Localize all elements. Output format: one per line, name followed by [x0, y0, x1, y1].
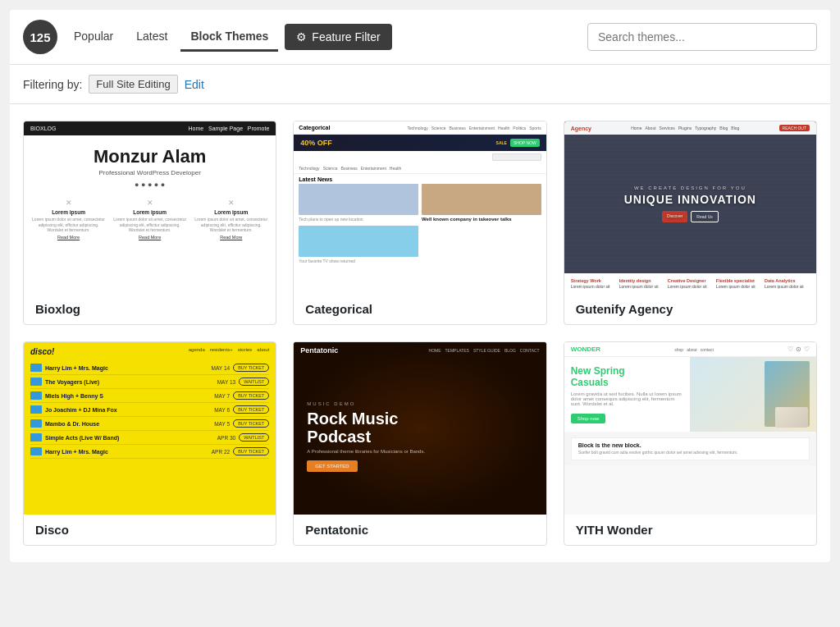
theme-name-pentatonic: Pentatonic: [294, 515, 546, 545]
nav-tabs: Popular Latest Block Themes ⚙ Feature Fi…: [64, 23, 581, 52]
theme-card-gutenify[interactable]: Agency HomeAboutServicesPluginsTypograph…: [564, 121, 817, 325]
theme-name-disco: Disco: [24, 515, 276, 545]
theme-name-categorical: Categorical: [294, 294, 546, 324]
theme-preview-disco: disco! agendaresidents+storiesabout Harr…: [24, 342, 276, 515]
theme-name-gutenify: Gutenify Agency: [564, 294, 816, 324]
theme-card-yith[interactable]: WONDER shopaboutcontact ♡⊙♡ New SpringCa…: [564, 341, 817, 546]
header: 125 Popular Latest Block Themes ⚙ Featur…: [10, 10, 830, 65]
theme-preview-gutenify: Agency HomeAboutServicesPluginsTypograph…: [564, 121, 816, 294]
theme-count-badge: 125: [23, 20, 57, 54]
search-box: [587, 23, 817, 51]
theme-card-pentatonic[interactable]: Pentatonic HOMETEMPLATESSTYLE GUIDEBLOGC…: [293, 341, 546, 546]
search-input[interactable]: [587, 23, 817, 51]
tab-latest[interactable]: Latest: [126, 23, 177, 52]
theme-preview-pentatonic: Pentatonic HOMETEMPLATESSTYLE GUIDEBLOGC…: [294, 342, 546, 515]
theme-preview-yith: WONDER shopaboutcontact ♡⊙♡ New SpringCa…: [564, 342, 816, 515]
theme-card-bioxlog[interactable]: BIOXLOG Home Sample Page Promote Monzur …: [23, 121, 276, 325]
theme-name-yith: YITH Wonder: [564, 515, 816, 545]
tab-block-themes[interactable]: Block Themes: [180, 23, 278, 52]
filter-by-label: Filtering by:: [23, 78, 82, 91]
theme-card-categorical[interactable]: Categorical TechnologyScienceBusinessEnt…: [293, 121, 546, 325]
tab-popular[interactable]: Popular: [64, 23, 123, 52]
filter-tag: Full Site Editing: [89, 75, 177, 94]
theme-card-disco[interactable]: disco! agendaresidents+storiesabout Harr…: [23, 341, 276, 546]
main-container: 125 Popular Latest Block Themes ⚙ Featur…: [10, 10, 830, 562]
theme-grid: BIOXLOG Home Sample Page Promote Monzur …: [10, 104, 830, 562]
theme-preview-categorical: Categorical TechnologyScienceBusinessEnt…: [294, 121, 546, 294]
theme-preview-bioxlog: BIOXLOG Home Sample Page Promote Monzur …: [24, 121, 276, 294]
edit-filter-link[interactable]: Edit: [185, 78, 204, 91]
gear-icon: ⚙: [296, 30, 307, 43]
theme-name-bioxlog: Bioxlog: [24, 294, 276, 324]
filter-bar: Filtering by: Full Site Editing Edit: [10, 65, 830, 104]
feature-filter-button[interactable]: ⚙ Feature Filter: [285, 24, 391, 50]
